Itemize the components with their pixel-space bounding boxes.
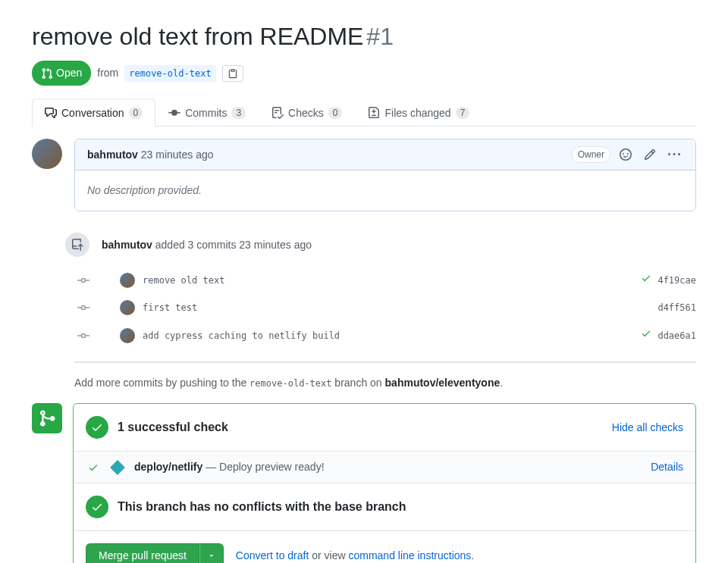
comment-box: bahmutov 23 minutes ago Owner <box>74 139 696 211</box>
comment-time: 23 minutes ago <box>141 149 214 161</box>
netlify-icon <box>110 460 125 475</box>
commit-sha[interactable]: d4ff561 <box>657 301 696 314</box>
git-commit-icon <box>168 107 180 119</box>
file-diff-icon <box>368 107 380 119</box>
copy-icon <box>228 68 238 79</box>
tab-conversation[interactable]: Conversation 0 <box>32 99 155 127</box>
tab-checks[interactable]: Checks 0 <box>259 99 355 127</box>
comment-discussion-icon <box>45 107 57 119</box>
status-success-icon <box>641 327 651 343</box>
tab-commits[interactable]: Commits 3 <box>155 99 259 127</box>
svg-point-0 <box>82 278 86 282</box>
tab-count: 3 <box>231 107 246 119</box>
avatar[interactable] <box>120 328 135 343</box>
edit-button[interactable] <box>641 145 659 164</box>
check-icon <box>88 462 99 473</box>
avatar[interactable] <box>120 300 135 315</box>
hide-checks-link[interactable]: Hide all checks <box>612 420 683 436</box>
convert-draft-link[interactable]: Convert to draft <box>236 549 309 561</box>
tab-count: 0 <box>129 107 143 119</box>
pencil-icon <box>644 149 656 161</box>
from-label: from <box>97 65 118 81</box>
tab-label: Commits <box>185 107 227 119</box>
status-circle <box>86 416 108 439</box>
status-circle <box>86 496 108 518</box>
avatar[interactable] <box>32 139 62 169</box>
git-commit-icon <box>77 302 89 314</box>
commit-row: first testd4ff561 <box>32 294 696 321</box>
push-event: bahmutov added 3 commits 23 minutes ago <box>32 224 696 266</box>
svg-point-3 <box>82 306 86 310</box>
commit-sha[interactable]: 4f19cae <box>657 274 696 287</box>
divider <box>74 361 696 363</box>
tab-label: Checks <box>288 107 324 119</box>
merge-box: 1 successful check Hide all checks deplo… <box>73 403 696 563</box>
push-time: 23 minutes ago <box>239 239 312 251</box>
push-author[interactable]: bahmutov <box>102 239 152 251</box>
pr-number: #1 <box>366 23 394 50</box>
push-hint: Add more commits by pushing to the remov… <box>32 375 696 403</box>
tab-label: Conversation <box>61 107 124 119</box>
triangle-down-icon <box>208 552 215 559</box>
check-desc: — Deploy preview ready! <box>206 461 324 473</box>
commit-sha[interactable]: ddae6a1 <box>657 329 696 342</box>
check-icon <box>91 501 103 513</box>
commit-message[interactable]: first test <box>143 301 650 314</box>
commit-message[interactable]: remove old text <box>143 274 633 287</box>
push-action: added 3 commits <box>155 239 237 251</box>
merge-status-icon <box>32 403 62 433</box>
merge-dropdown[interactable] <box>199 543 224 563</box>
avatar[interactable] <box>120 273 135 288</box>
cli-link[interactable]: command line instructions <box>348 549 471 561</box>
details-link[interactable]: Details <box>651 459 683 475</box>
comment-author[interactable]: bahmutov <box>87 149 138 161</box>
smiley-icon <box>620 149 632 161</box>
owner-badge: Owner <box>572 146 610 163</box>
commit-row: add cypress caching to netlify buildddae… <box>32 321 696 349</box>
tab-count: 7 <box>456 107 470 119</box>
pr-title: remove old text from README <box>32 23 363 50</box>
git-pull-request-icon <box>41 67 53 80</box>
conflict-title: This branch has no conflicts with the ba… <box>118 498 406 516</box>
tab-label: Files changed <box>384 107 450 119</box>
check-icon <box>91 421 103 433</box>
branch-name[interactable]: remove-old-text <box>124 65 215 82</box>
push-badge <box>65 233 89 257</box>
kebab-icon <box>668 149 680 161</box>
git-commit-icon <box>77 274 89 286</box>
comment-body: No description provided. <box>75 170 695 211</box>
git-merge-icon <box>38 409 56 427</box>
checks-title: 1 successful check <box>118 418 228 436</box>
tab-count: 0 <box>328 107 343 119</box>
svg-point-6 <box>82 333 86 337</box>
repo-push-icon <box>71 239 83 251</box>
state-label: Open <box>56 65 82 81</box>
check-status-icon <box>86 462 101 473</box>
git-commit-icon <box>77 330 89 342</box>
tabs: Conversation 0 Commits 3 Checks 0 Files … <box>32 98 696 127</box>
merge-button[interactable]: Merge pull request <box>86 543 199 563</box>
status-success-icon <box>641 272 651 288</box>
copy-branch-button[interactable] <box>222 65 243 82</box>
check-name[interactable]: deploy/netlify <box>134 461 202 473</box>
tab-files[interactable]: Files changed 7 <box>355 99 482 127</box>
checklist-icon <box>271 107 284 119</box>
commit-message[interactable]: add cypress caching to netlify build <box>143 329 633 342</box>
react-button[interactable] <box>617 145 635 164</box>
kebab-button[interactable] <box>665 145 683 164</box>
state-badge: Open <box>32 61 91 86</box>
commit-row: remove old text4f19cae <box>32 266 696 294</box>
svg-rect-9 <box>110 460 125 475</box>
